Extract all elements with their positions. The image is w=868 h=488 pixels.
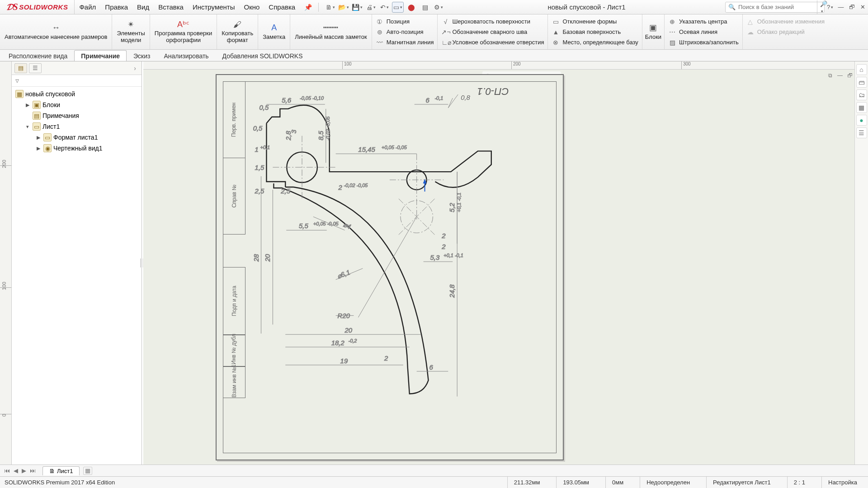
undo-button[interactable]: ↶ — [378, 2, 390, 13]
cmd-geometric-tolerance[interactable]: ▭Отклонение формы — [552, 16, 638, 27]
status-scale[interactable]: 2 : 1 — [787, 477, 811, 488]
sheet-nav-next-icon[interactable]: ▶ — [20, 467, 28, 474]
ribbon-group-center: ⊕Указатель центра ⋯Осевая линия ▨Штрихов… — [665, 14, 743, 49]
cmd-label: Авто-позиция — [387, 28, 424, 35]
cmd-area-hatch[interactable]: ▨Штриховка/заполнить — [668, 37, 739, 47]
cmd-smart-dimension[interactable]: ↔︎ Автоматическое нанесение размеров — [0, 14, 112, 49]
sheet-format-icon: ▭ — [43, 133, 52, 141]
svg-text:6: 6 — [429, 364, 434, 371]
tree-drawing-view[interactable]: ▶ ◉ Чертежный вид1 — [12, 143, 142, 154]
taskpane-design-library-icon[interactable]: 🗃 — [856, 77, 867, 88]
view-restore-icon[interactable]: 🗗 — [845, 71, 854, 80]
cmd-linear-note-pattern[interactable]: ┅┅┅ Линейный массив заметок — [290, 14, 372, 49]
add-sheet-button[interactable]: ▦ — [83, 467, 92, 475]
status-customize[interactable]: Настройка — [821, 477, 863, 488]
cmd-surface-finish[interactable]: √Шероховатость поверхности — [441, 16, 544, 27]
new-button[interactable]: 🗎 — [324, 2, 336, 13]
tab-addins[interactable]: Добавления SOLIDWORKS — [216, 50, 310, 61]
cmd-blocks[interactable]: ▣ Блоки — [642, 14, 665, 49]
tree-expand-icon[interactable]: ▶ — [35, 135, 42, 141]
tree-sheet-format[interactable]: ▶ ▭ Формат листа1 — [12, 132, 142, 143]
tree-collapse-icon[interactable]: ▾ — [24, 124, 31, 130]
cmd-weld-symbol[interactable]: ↗¬Обозначение сварного шва — [441, 27, 544, 37]
view-minimize-icon[interactable]: — — [835, 71, 844, 80]
view-new-window-icon[interactable]: ⧉ — [826, 71, 835, 80]
cmd-label: Условное обозначение отверстия — [452, 39, 544, 46]
tab-evaluate[interactable]: Анализировать — [157, 50, 215, 61]
panel-tab-property-manager[interactable]: ☰ — [29, 63, 42, 73]
tree-expand-icon[interactable]: ▶ — [35, 145, 42, 151]
restore-button[interactable]: 🗗 — [847, 2, 857, 12]
cmd-spellcheck[interactable]: Aᵇᶜ Программа проверки орфографии — [150, 14, 217, 49]
rebuild-button[interactable]: ⬤ — [406, 2, 417, 13]
close-button[interactable]: ✕ — [858, 2, 868, 12]
sheet-tab[interactable]: 🗎 Лист1 — [42, 466, 80, 475]
options-button[interactable]: ▤ — [419, 2, 431, 13]
menu-help[interactable]: Справка — [264, 0, 300, 14]
cmd-label: Магнитная линия — [387, 39, 434, 46]
taskpane-appearances-icon[interactable]: ● — [856, 115, 867, 126]
cmd-format-painter[interactable]: 🖌 Копировать формат — [217, 14, 258, 49]
open-button[interactable]: 📂 — [338, 2, 349, 13]
tree-label: Блоки — [42, 101, 60, 108]
sheet-nav-first-icon[interactable]: ⏮ — [3, 467, 11, 474]
drawing-sheet[interactable]: СП-0.1 Перв. примен Справ № Подп и дата … — [216, 74, 564, 460]
cmd-hole-callout[interactable]: ∟⌀Условное обозначение отверстия — [441, 37, 544, 47]
menu-window[interactable]: Окно — [239, 0, 264, 14]
panel-filter-row[interactable]: ▿ — [12, 75, 142, 87]
ruler-label: 200 — [511, 61, 521, 69]
cmd-centerline[interactable]: ⋯Осевая линия — [668, 27, 739, 37]
graphics-area[interactable]: 100 200 300 🔍 ⬚ ↺ ▥ ◐ 👁 ⚙ ⧉ — 🗗 ✕ СП-0.1… — [143, 61, 868, 465]
cmd-datum-feature[interactable]: ▲Базовая поверхность — [552, 27, 638, 37]
settings-button[interactable]: ⚙ — [433, 2, 444, 13]
taskpane-custom-properties-icon[interactable]: ☰ — [856, 127, 867, 138]
cmd-datum-target[interactable]: ⊗Место, определяющее базу — [552, 37, 638, 47]
svg-text:-0,05
-0,10: -0,05 -0,10 — [300, 95, 324, 101]
menu-edit[interactable]: Правка — [100, 0, 132, 14]
menu-view[interactable]: Вид — [132, 0, 154, 14]
tree-sheet[interactable]: ▾ ▭ Лист1 — [12, 121, 142, 132]
cmd-note[interactable]: A Заметка — [258, 14, 290, 49]
tree-annotations[interactable]: ▤ Примечания — [12, 110, 142, 121]
tree-blocks[interactable]: ▶ ▣ Блоки — [12, 99, 142, 110]
minimize-button[interactable]: — — [836, 2, 846, 12]
taskpane-view-palette-icon[interactable]: ▦ — [856, 102, 867, 113]
taskpane-file-explorer-icon[interactable]: 🗂 — [856, 89, 867, 100]
cmd-label: Элементы модели — [117, 30, 145, 44]
panel-expand-icon[interactable]: › — [131, 65, 139, 72]
search-input[interactable] — [738, 4, 814, 10]
sheet-nav-last-icon[interactable]: ⏭ — [28, 467, 37, 474]
tree-label: Примечания — [42, 112, 79, 119]
panel-tab-feature-tree[interactable]: ▤ — [14, 63, 27, 73]
panel-tab-row: ▤ ☰ › — [12, 61, 142, 75]
sheet-nav-prev-icon[interactable]: ◀ — [12, 467, 19, 474]
svg-text:1: 1 — [255, 146, 259, 153]
cmd-magnetic-line[interactable]: 〰Магнитная линия — [376, 37, 434, 47]
select-button[interactable]: ▭ — [392, 2, 404, 13]
tab-sketch[interactable]: Эскиз — [127, 50, 157, 61]
cmd-center-mark[interactable]: ⊕Указатель центра — [668, 16, 739, 27]
svg-text:5,6: 5,6 — [282, 97, 291, 104]
menu-insert[interactable]: Вставка — [154, 0, 188, 14]
tree-root[interactable]: ▦ новый спусковой — [12, 89, 142, 99]
print-button[interactable]: 🖨 — [365, 2, 377, 13]
tree-expand-icon[interactable]: ▶ — [24, 102, 31, 108]
cmd-label: Обозначение изменения — [757, 18, 825, 25]
menu-tools[interactable]: Инструменты — [188, 0, 240, 14]
search-icon: 🔍 — [728, 4, 736, 10]
menu-pin-icon[interactable]: 📌 — [300, 0, 316, 14]
tab-view-layout[interactable]: Расположение вида — [2, 50, 74, 61]
cmd-label: Обозначение сварного шва — [452, 28, 527, 35]
menu-file[interactable]: Файл — [75, 0, 100, 14]
search-box[interactable]: 🔍 🔎 — [725, 2, 825, 13]
cmd-balloon[interactable]: ①Позиция — [376, 16, 434, 27]
taskpane-home-icon[interactable]: ⌂ — [856, 64, 867, 75]
cmd-auto-balloon[interactable]: ⊚Авто-позиция — [376, 27, 434, 37]
svg-text:5,5: 5,5 — [299, 222, 308, 230]
format-painter-icon: 🖌 — [233, 20, 241, 29]
svg-text:+0,05
-0,05: +0,05 -0,05 — [382, 145, 407, 150]
cmd-model-items[interactable]: ✴︎ Элементы модели — [112, 14, 150, 49]
help-button[interactable]: ? — [825, 2, 835, 12]
tab-annotation[interactable]: Примечание — [74, 50, 127, 61]
save-button[interactable]: 💾 — [351, 2, 363, 13]
